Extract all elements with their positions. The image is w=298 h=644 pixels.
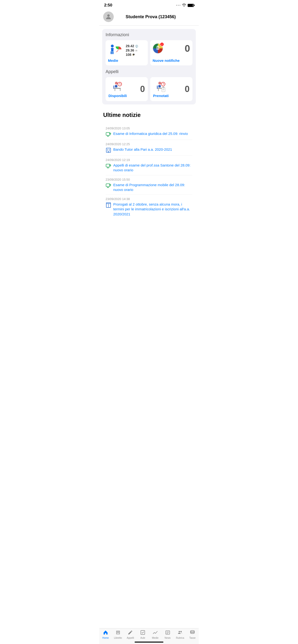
disponibili-icon xyxy=(112,81,123,93)
notifiche-count: 0 xyxy=(185,43,190,54)
svg-text:√x: √x xyxy=(135,49,137,52)
news-row: Prorogati al 2 ottobre, senza alcuna mor… xyxy=(106,202,192,216)
news-item: 24/09/2020 13:05Esame di Informatica giu… xyxy=(106,124,192,140)
prenotati-count: 0 xyxy=(185,84,190,94)
disponibili-label: Disponibili xyxy=(108,94,127,98)
notifiche-card[interactable]: 2 0 Nuove notifiche xyxy=(150,40,192,66)
checkbox-icon xyxy=(140,630,145,636)
news-row: Esame di Programmazione mobile del 28.09… xyxy=(106,182,192,192)
news-item: 24/09/2020 12:25Bando Tutor alla Pari a.… xyxy=(106,140,192,156)
svg-rect-13 xyxy=(158,48,159,48)
disponibili-count: 0 xyxy=(140,84,145,94)
news-date: 24/09/2020 12:25 xyxy=(106,142,192,146)
news-link[interactable]: Prorogati al 2 ottobre, senza alcuna mor… xyxy=(113,202,192,216)
tab-medie-label: Medie xyxy=(152,636,158,639)
medie-chart-icon xyxy=(108,43,122,58)
tab-rubrica[interactable]: Rubrica xyxy=(175,630,185,639)
tab-home[interactable]: Home xyxy=(101,630,110,639)
svg-point-73 xyxy=(191,630,195,632)
media-val3: 108 xyxy=(126,53,131,56)
status-time: 2:50 xyxy=(104,3,112,8)
informazioni-title: Informazioni xyxy=(106,32,192,38)
tab-libretto[interactable]: Libretto xyxy=(113,630,123,639)
news-item: 23/09/2020 15:50Esame di Programmazione … xyxy=(106,176,192,195)
news-link[interactable]: Esame di Informatica giuridica del 25.09… xyxy=(113,131,188,136)
svg-point-15 xyxy=(115,82,118,84)
svg-rect-34 xyxy=(163,87,164,88)
battery-icon xyxy=(188,4,194,7)
news-icon xyxy=(165,630,170,636)
header: Studente Prova (123456) xyxy=(99,9,199,26)
tab-aule-label: Aule xyxy=(140,636,145,639)
disponibili-left: Disponibili xyxy=(108,81,127,98)
page-title: Studente Prova (123456) xyxy=(117,14,184,20)
svg-rect-19 xyxy=(115,85,117,88)
svg-rect-48 xyxy=(109,150,110,151)
prenotati-left: Prenotati xyxy=(153,81,169,98)
svg-rect-46 xyxy=(109,149,110,150)
svg-rect-49 xyxy=(108,152,109,152)
tab-appelli-label: Appelli xyxy=(127,636,134,639)
news-type-icon xyxy=(106,147,111,153)
home-indicator xyxy=(135,642,163,642)
svg-rect-12 xyxy=(157,48,158,48)
news-date: 24/09/2020 12:19 xyxy=(106,158,192,162)
tab-tasse[interactable]: Tasse xyxy=(188,630,197,639)
info-cards-row: 29.42 ⚖️ 29.36 √x 108 🎓 Medie xyxy=(106,40,192,66)
prenotati-card[interactable]: Prenotati 0 xyxy=(150,77,192,101)
medie-card[interactable]: 29.42 ⚖️ 29.36 √x 108 🎓 Medie xyxy=(106,40,148,66)
news-item: 24/09/2020 12:19Appelli di esame del pro… xyxy=(106,156,192,176)
avatar xyxy=(103,12,114,22)
svg-text:⚖️: ⚖️ xyxy=(135,44,138,48)
news-date: 24/09/2020 13:05 xyxy=(106,126,192,130)
news-type-icon xyxy=(106,132,111,137)
tab-appelli[interactable]: Appelli xyxy=(125,630,135,639)
disponibili-card[interactable]: Disponibili 0 xyxy=(106,77,148,101)
news-date: 23/09/2020 14:38 xyxy=(106,197,192,201)
tab-aule[interactable]: Aule xyxy=(138,630,147,639)
news-type-icon xyxy=(106,163,111,169)
medie-stats: 29.42 ⚖️ 29.36 √x 108 🎓 xyxy=(126,44,139,56)
svg-rect-33 xyxy=(162,88,165,92)
svg-text:🎓: 🎓 xyxy=(132,53,135,56)
svg-rect-30 xyxy=(158,89,159,91)
news-link[interactable]: Bando Tutor alla Pari a.a. 2020-2021 xyxy=(113,147,172,152)
media-val1: 29.42 xyxy=(126,44,134,48)
news-link[interactable]: Appelli di esame del prof.ssa Santone de… xyxy=(113,163,192,173)
svg-rect-20 xyxy=(114,88,121,89)
chart-icon xyxy=(153,630,158,636)
svg-point-1 xyxy=(111,44,114,48)
notifiche-label: Nuove notifiche xyxy=(153,58,180,62)
balance-icon: ⚖️ xyxy=(135,44,139,48)
svg-point-24 xyxy=(158,82,161,84)
appelli-subtitle: Appelli xyxy=(106,69,192,74)
sqrt-icon: √x xyxy=(135,48,139,52)
svg-rect-4 xyxy=(112,51,113,54)
news-type-icon xyxy=(106,183,111,188)
media-val2: 29.36 xyxy=(126,48,134,52)
svg-rect-22 xyxy=(120,89,120,91)
tab-rubrica-label: Rubrica xyxy=(176,636,184,639)
tab-medie[interactable]: Medie xyxy=(151,630,160,639)
svg-rect-23 xyxy=(113,86,114,89)
svg-rect-21 xyxy=(115,89,115,91)
news-card: 24/09/2020 13:05Esame di Informatica giu… xyxy=(102,121,196,222)
tab-news[interactable]: News xyxy=(163,630,173,639)
svg-rect-47 xyxy=(107,150,108,151)
news-link[interactable]: Esame di Programmazione mobile del 28.09… xyxy=(113,182,192,192)
svg-point-0 xyxy=(107,14,110,17)
svg-rect-28 xyxy=(158,85,161,88)
book-icon xyxy=(115,630,121,636)
status-icons xyxy=(176,3,194,8)
prenotati-icon xyxy=(155,81,167,93)
news-row: Esame di Informatica giuridica del 25.09… xyxy=(106,131,192,137)
svg-rect-32 xyxy=(157,86,158,89)
scroll-content: Informazioni xyxy=(99,26,199,644)
news-type-icon xyxy=(106,202,111,208)
svg-rect-3 xyxy=(111,51,112,54)
wifi-icon xyxy=(182,3,186,8)
stack-icon xyxy=(190,630,195,636)
informazioni-section: Informazioni xyxy=(102,29,196,104)
tab-home-label: Home xyxy=(102,636,109,639)
pencil-icon xyxy=(128,630,133,636)
